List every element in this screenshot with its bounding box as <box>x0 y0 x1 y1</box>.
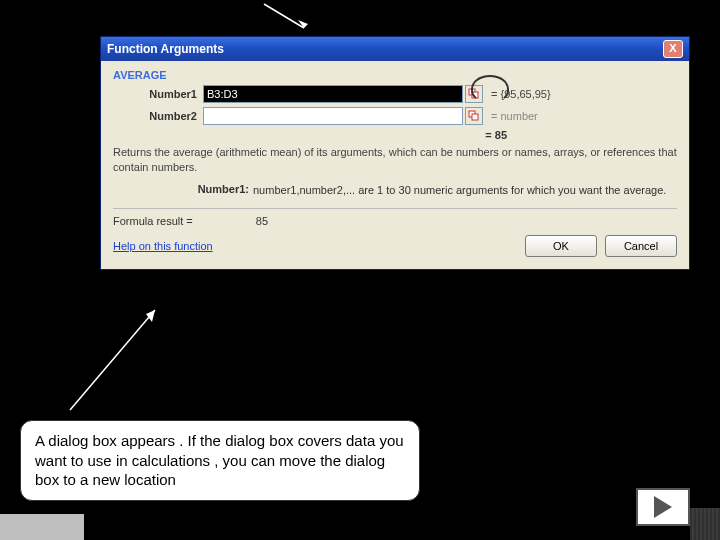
function-description: Returns the average (arithmetic mean) of… <box>113 145 677 175</box>
cancel-button[interactable]: Cancel <box>605 235 677 257</box>
svg-rect-3 <box>472 92 478 98</box>
argument-help-text: number1,number2,... are 1 to 30 numeric … <box>253 183 677 198</box>
slide-footer-strip-right <box>690 508 720 540</box>
dialog-title: Function Arguments <box>107 42 224 56</box>
ok-button[interactable]: OK <box>525 235 597 257</box>
function-name: AVERAGE <box>113 69 677 81</box>
arg2-input[interactable] <box>203 107 463 125</box>
argument-help: Number1: number1,number2,... are 1 to 30… <box>113 183 677 198</box>
formula-result-value: 85 <box>256 215 268 227</box>
argument-row-1: Number1 = {95,65,95} <box>113 85 677 103</box>
argument-row-2: Number2 = number <box>113 107 677 125</box>
play-icon <box>654 496 672 518</box>
svg-line-0 <box>264 4 304 28</box>
annotation-arrow-bottom <box>60 300 180 422</box>
arg1-preview: = {95,65,95} <box>491 88 551 100</box>
help-link[interactable]: Help on this function <box>113 240 213 252</box>
function-arguments-dialog: Function Arguments X AVERAGE Number1 = {… <box>100 36 690 270</box>
svg-marker-7 <box>146 310 155 322</box>
arg2-label: Number2 <box>113 110 203 122</box>
computed-equals: = 85 <box>113 129 677 141</box>
arg2-preview: = number <box>491 110 538 122</box>
dialog-titlebar[interactable]: Function Arguments X <box>101 37 689 61</box>
svg-line-6 <box>70 310 155 410</box>
annotation-caption: A dialog box appears . If the dialog box… <box>20 420 420 501</box>
formula-result-label: Formula result = <box>113 215 193 227</box>
close-icon: X <box>669 42 676 54</box>
collapse-dialog-button-2[interactable] <box>465 107 483 125</box>
slide-footer-strip <box>0 514 84 540</box>
collapse-icon <box>468 110 480 122</box>
divider <box>113 208 677 209</box>
argument-help-label: Number1: <box>113 183 253 198</box>
next-slide-button[interactable] <box>636 488 690 526</box>
collapse-icon <box>468 88 480 100</box>
collapse-dialog-button-1[interactable] <box>465 85 483 103</box>
close-button[interactable]: X <box>663 40 683 58</box>
formula-result-row: Formula result = 85 <box>113 215 677 227</box>
svg-rect-5 <box>472 114 478 120</box>
arg1-label: Number1 <box>113 88 203 100</box>
arg1-input[interactable] <box>203 85 463 103</box>
annotation-arrow-top <box>260 2 320 38</box>
